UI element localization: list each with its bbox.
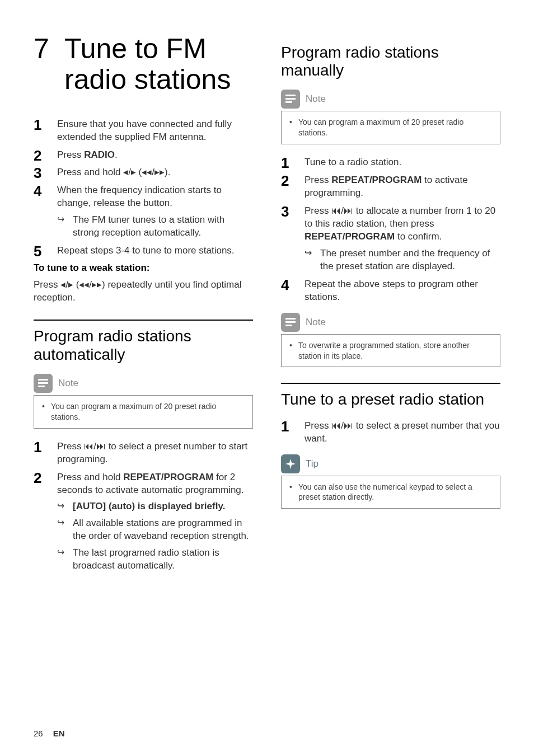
auto-program-heading: Program radio stations automatically — [34, 327, 253, 363]
weak-station-title: To tune to a weak station: — [34, 261, 253, 274]
step: Repeat steps 3-4 to tune to more station… — [34, 244, 253, 257]
auto-steps: Press ⏮/⏭ to select a preset number to s… — [34, 440, 253, 572]
substep: The last programed radio station is broa… — [57, 546, 253, 572]
skip-icon: ⏮/⏭ — [331, 205, 353, 216]
svg-rect-7 — [285, 321, 296, 323]
svg-rect-0 — [38, 379, 48, 381]
step: Press ⏮/⏭ to select a preset number to s… — [34, 440, 253, 466]
preset-heading: Tune to a preset radio station — [281, 391, 500, 408]
note-icon — [281, 313, 300, 332]
substep: The preset number and the frequency of t… — [305, 247, 500, 273]
note-item: To overwrite a programmed station, store… — [289, 340, 492, 361]
skip-icon: ⏮/⏭ — [331, 420, 353, 431]
step: Press REPEAT/PROGRAM to activate program… — [281, 173, 500, 200]
note-item: You can program a maximum of 20 preset r… — [289, 117, 492, 138]
svg-rect-2 — [38, 386, 45, 387]
note-icon — [34, 374, 53, 393]
tune-steps: Ensure that you have connected and fully… — [34, 118, 253, 257]
svg-rect-1 — [38, 382, 48, 384]
svg-rect-8 — [285, 325, 292, 326]
chapter-title: 7Tune to FM radio stations — [34, 34, 253, 95]
step: Press ⏮/⏭ to select a preset number that… — [281, 419, 500, 445]
substep: [AUTO] (auto) is displayed briefly. — [57, 500, 253, 513]
note-item: You can program a maximum of 20 preset r… — [42, 401, 245, 422]
svg-rect-4 — [285, 98, 296, 100]
note-icon — [281, 90, 300, 109]
note-box: Note To overwrite a programmed station, … — [281, 313, 500, 368]
note-box: Note You can program a maximum of 20 pre… — [34, 374, 253, 429]
section-divider — [281, 383, 500, 384]
page-lang: EN — [53, 729, 65, 738]
nav-arrows-icon: ◂/▸ (◂◂/▸▸) — [123, 167, 168, 177]
step: When the frequency indication starts to … — [34, 184, 253, 240]
note-box: Note You can program a maximum of 20 pre… — [281, 90, 500, 144]
tip-item: You can also use the numerical keypad to… — [289, 482, 492, 503]
nav-arrows-icon: ◂/▸ (◂◂/▸▸) — [60, 279, 105, 290]
step: Press and hold REPEAT/PROGRAM for 2 seco… — [34, 471, 253, 572]
note-label: Note — [306, 317, 326, 328]
svg-rect-6 — [285, 318, 296, 320]
tip-icon — [281, 454, 300, 473]
note-label: Note — [306, 93, 326, 105]
svg-rect-3 — [285, 95, 296, 96]
weak-station-text: Press ◂/▸ (◂◂/▸▸) repeatedly until you f… — [34, 278, 253, 304]
step: Press RADIO. — [34, 148, 253, 161]
note-label: Note — [58, 378, 78, 389]
preset-steps: Press ⏮/⏭ to select a preset number that… — [281, 419, 500, 445]
left-column: 7Tune to FM radio stations Ensure that y… — [34, 34, 253, 577]
step: Press and hold ◂/▸ (◂◂/▸▸). — [34, 166, 253, 179]
substep: The FM tuner tunes to a station with str… — [57, 213, 253, 240]
step: Ensure that you have connected and fully… — [34, 118, 253, 144]
tip-label: Tip — [306, 458, 318, 469]
chapter-title-text: Tune to FM radio stations — [64, 34, 243, 95]
page-footer: 26 EN — [34, 729, 65, 738]
tip-box: Tip You can also use the numerical keypa… — [281, 454, 500, 509]
page-number: 26 — [34, 729, 43, 738]
section-divider — [34, 320, 253, 321]
skip-icon: ⏮/⏭ — [84, 441, 106, 452]
svg-rect-5 — [285, 101, 292, 103]
manual-program-heading: Program radio stations manually — [281, 44, 500, 79]
step: Tune to a radio station. — [281, 156, 500, 168]
chapter-number: 7 — [34, 34, 64, 64]
step: Repeat the above steps to program other … — [281, 278, 500, 304]
step: Press ⏮/⏭ to allocate a number from 1 to… — [281, 204, 500, 273]
manual-steps: Tune to a radio station. Press REPEAT/PR… — [281, 156, 500, 304]
substep: All available stations are programmed in… — [57, 516, 253, 543]
right-column: Program radio stations manually Note You… — [281, 34, 500, 577]
